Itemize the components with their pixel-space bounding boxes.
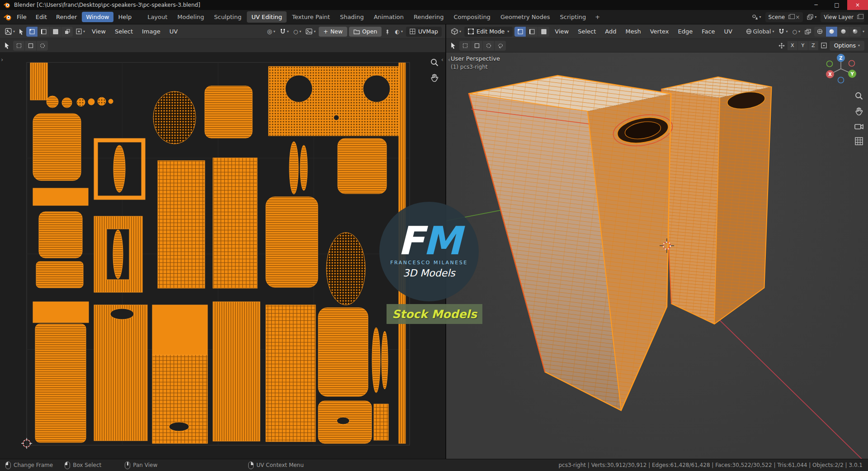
- menu-help[interactable]: Help: [114, 12, 136, 22]
- copy-scene-icon[interactable]: [788, 15, 793, 19]
- pan-hand-icon[interactable]: [430, 73, 439, 82]
- mirror-y-button[interactable]: Y: [798, 41, 808, 50]
- pan-hand-icon[interactable]: [854, 107, 863, 116]
- wireframe-shading-button[interactable]: [814, 27, 826, 37]
- vp-menu-mesh[interactable]: Mesh: [622, 27, 644, 36]
- tool-option-box-button[interactable]: [471, 41, 482, 51]
- transform-orientation-button[interactable]: Global ▾: [745, 27, 776, 36]
- editor-type-button[interactable]: ▾: [450, 27, 462, 36]
- tool-option-box-button[interactable]: [25, 41, 36, 51]
- shading-dropdown-icon[interactable]: ▾: [863, 30, 864, 33]
- tool-option-tweak-button[interactable]: [459, 41, 471, 51]
- tab-modeling[interactable]: Modeling: [173, 11, 208, 23]
- scene-browse-button[interactable]: ▾: [750, 13, 763, 21]
- tool-option-tweak-button[interactable]: [13, 41, 24, 51]
- tab-animation[interactable]: Animation: [369, 11, 408, 23]
- uv-map-selector[interactable]: UVMap: [406, 27, 442, 37]
- tab-scripting[interactable]: Scripting: [556, 11, 591, 23]
- proportional-editing-button[interactable]: ○ ▾: [292, 28, 303, 36]
- scene-selector[interactable]: Scene ×: [765, 12, 803, 22]
- tool-option-lasso-button[interactable]: [495, 41, 506, 51]
- uv-canvas[interactable]: › ‹: [0, 52, 445, 459]
- uv-menu-view[interactable]: View: [88, 27, 109, 36]
- viewport-editor-icon: [451, 28, 458, 35]
- close-button[interactable]: ×: [847, 0, 868, 10]
- menu-render[interactable]: Render: [52, 12, 81, 22]
- uv-menu-select[interactable]: Select: [111, 27, 137, 36]
- tool-options-button[interactable]: Options ▾: [830, 41, 864, 51]
- active-tool-cursor-icon[interactable]: [450, 42, 457, 49]
- uv-sidebar-expand-icon[interactable]: ‹: [441, 56, 443, 63]
- tab-layout[interactable]: Layout: [143, 11, 172, 23]
- tab-sculpting[interactable]: Sculpting: [209, 11, 246, 23]
- tab-uv-editing[interactable]: UV Editing: [247, 11, 287, 23]
- editor-type-button[interactable]: ▾: [4, 27, 16, 36]
- vp-menu-edge[interactable]: Edge: [674, 27, 696, 36]
- vp-menu-vertex[interactable]: Vertex: [646, 27, 673, 36]
- snap-target-icon[interactable]: [821, 43, 827, 48]
- orthographic-grid-icon[interactable]: [854, 137, 863, 146]
- uv-select-face-button[interactable]: [50, 27, 61, 37]
- uv-select-island-button[interactable]: [61, 27, 73, 37]
- uv-toolbar-expand-icon[interactable]: ›: [1, 56, 3, 63]
- add-workspace-button[interactable]: +: [591, 12, 604, 22]
- new-image-button[interactable]: + New: [319, 27, 347, 37]
- copy-view-layer-icon[interactable]: [857, 15, 861, 19]
- blender-menu-icon[interactable]: [4, 13, 12, 21]
- minimize-button[interactable]: ─: [806, 0, 826, 10]
- tool-option-circle-button[interactable]: [37, 41, 48, 51]
- uv-sync-select-icon[interactable]: [18, 29, 24, 35]
- vp-menu-view[interactable]: View: [551, 27, 572, 36]
- camera-view-icon[interactable]: [854, 122, 863, 130]
- browse-image-button[interactable]: ▾: [304, 28, 317, 35]
- vp-menu-uv[interactable]: UV: [721, 27, 736, 36]
- image-pin-button[interactable]: [383, 28, 392, 35]
- gizmo-neg-z-axis[interactable]: [838, 77, 844, 83]
- xray-toggle-button[interactable]: [803, 28, 812, 35]
- mode-selector[interactable]: Edit Mode ▾: [464, 27, 513, 37]
- tab-geometry-nodes[interactable]: Geometry Nodes: [496, 11, 555, 23]
- solid-shading-button[interactable]: [826, 27, 837, 37]
- rendered-shading-button[interactable]: [849, 27, 861, 37]
- uv-menu-uv[interactable]: UV: [166, 27, 181, 36]
- tab-compositing[interactable]: Compositing: [449, 11, 495, 23]
- vp-menu-add[interactable]: Add: [601, 27, 620, 36]
- menu-window[interactable]: Window: [82, 12, 113, 22]
- uv-menu-image[interactable]: Image: [138, 27, 164, 36]
- delete-scene-icon[interactable]: ×: [795, 14, 800, 20]
- uv-select-edge-button[interactable]: [38, 27, 49, 37]
- edge-select-button[interactable]: [526, 27, 538, 37]
- gizmo-neg-y-axis[interactable]: [827, 61, 833, 67]
- zoom-icon[interactable]: [430, 58, 439, 67]
- snapping-button[interactable]: ▾: [278, 28, 290, 35]
- display-channels-button[interactable]: ◐ ▾: [393, 28, 404, 36]
- material-shading-button[interactable]: [838, 27, 849, 37]
- open-image-button[interactable]: Open: [349, 27, 382, 37]
- menu-edit[interactable]: Edit: [32, 12, 51, 22]
- view-layer-selector[interactable]: View Layer: [821, 12, 864, 22]
- active-tool-cursor-icon[interactable]: [4, 42, 10, 49]
- tab-shading[interactable]: Shading: [335, 11, 368, 23]
- view-layer-browse-button[interactable]: ▾: [806, 13, 818, 21]
- vertex-select-button[interactable]: [514, 27, 526, 37]
- uv-select-vertex-button[interactable]: [26, 27, 38, 37]
- snapping-button[interactable]: ▾: [777, 28, 789, 35]
- tab-rendering[interactable]: Rendering: [409, 11, 448, 23]
- mirror-x-button[interactable]: X: [788, 41, 797, 50]
- gizmo-neg-x-axis[interactable]: [849, 61, 855, 67]
- face-select-button[interactable]: [538, 27, 549, 37]
- navigation-gizmo[interactable]: Z Y X: [825, 52, 857, 85]
- vp-menu-select[interactable]: Select: [574, 27, 599, 36]
- sticky-selection-button[interactable]: ▾: [75, 28, 86, 35]
- pivot-point-button[interactable]: ◎ ▾: [265, 27, 276, 36]
- vp-toolbar-expand-icon[interactable]: ‹: [448, 56, 450, 63]
- zoom-icon[interactable]: [854, 91, 863, 100]
- vp-menu-face[interactable]: Face: [698, 27, 718, 36]
- menu-file[interactable]: File: [13, 12, 31, 22]
- tool-option-circle-button[interactable]: [483, 41, 494, 51]
- proportional-editing-button[interactable]: ○ ▾: [791, 28, 802, 36]
- maximize-button[interactable]: □: [826, 0, 847, 10]
- tab-texture-paint[interactable]: Texture Paint: [288, 11, 335, 23]
- viewport-canvas[interactable]: ‹ User Perspective (1) pcs3-right: [446, 52, 868, 459]
- mirror-z-button[interactable]: Z: [808, 41, 818, 50]
